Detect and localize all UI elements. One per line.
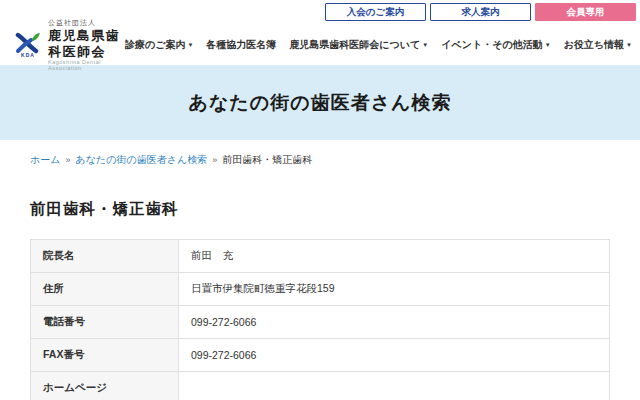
hero-banner: あなたの街の歯医者さん検索 [0,65,640,140]
breadcrumb: ホーム » あなたの街の歯医者さん検索 » 前田歯科・矯正歯科 [30,153,610,167]
org-type-label: 公益社団法人 [48,18,125,28]
chevron-down-icon: ▼ [626,42,632,48]
row-label: 電話番号 [31,306,179,339]
job-info-button[interactable]: 求人案内 [430,3,531,21]
members-only-button[interactable]: 会員専用 [535,3,636,21]
nav-item-about-association[interactable]: 鹿児島県歯科医師会について ▼ [289,38,428,52]
clinic-details-table: 院長名 前田 充 住所 日置市伊集院町徳重字花段159 電話番号 099-272… [30,239,610,400]
nav-item-label: 各種協力医名簿 [206,38,276,52]
table-row-phone: 電話番号 099-272-6066 [31,306,610,339]
logo-text: 公益社団法人 鹿児島県歯科医師会 Kagoshima Dental Associ… [48,18,125,71]
nav-item-events[interactable]: イベント・その他活動 ▼ [441,38,550,52]
nav-item-useful-info[interactable]: お役立ち情報 ▼ [564,38,632,52]
row-value: 前田 充 [179,240,610,273]
nav-item-label: お役立ち情報 [564,38,624,52]
row-label: 院長名 [31,240,179,273]
table-row-director: 院長名 前田 充 [31,240,610,273]
site-header: KDA 公益社団法人 鹿児島県歯科医師会 Kagoshima Dental As… [0,24,640,65]
row-value: 099-272-6066 [179,306,610,339]
row-label: 住所 [31,273,179,306]
nav-item-medical-guide[interactable]: 診療のご案内 ▼ [125,38,193,52]
page-title: 前田歯科・矯正歯科 [30,199,610,220]
nav-item-cooperating-doctors[interactable]: 各種協力医名簿 [206,38,276,52]
org-name-english-label: Kagoshima Dental Association [48,59,125,71]
nav-item-label: 鹿児島県歯科医師会について [289,38,420,52]
logo-mark-label: KDA [21,52,35,58]
hero-title: あなたの街の歯医者さん検索 [188,90,451,116]
site-logo[interactable]: KDA 公益社団法人 鹿児島県歯科医師会 Kagoshima Dental As… [15,18,125,71]
table-row-address: 住所 日置市伊集院町徳重字花段159 [31,273,610,306]
chevron-down-icon: ▼ [545,42,551,48]
breadcrumb-current: 前田歯科・矯正歯科 [222,153,312,167]
breadcrumb-home-link[interactable]: ホーム [30,153,60,167]
breadcrumb-separator: » [212,155,217,165]
main-content: ホーム » あなたの街の歯医者さん検索 » 前田歯科・矯正歯科 前田歯科・矯正歯… [0,153,640,400]
main-nav: 診療のご案内 ▼ 各種協力医名簿 鹿児島県歯科医師会について ▼ イベント・その… [125,38,632,52]
row-label: ホームページ [31,372,179,400]
nav-item-label: イベント・その他活動 [441,38,542,52]
breadcrumb-search-link[interactable]: あなたの街の歯医者さん検索 [75,153,207,167]
kda-logo-icon: KDA [15,32,41,58]
chevron-down-icon: ▼ [422,42,428,48]
org-name-label: 鹿児島県歯科医師会 [48,28,125,59]
row-value: 099-272-6066 [179,339,610,372]
row-label: FAX番号 [31,339,179,372]
join-guide-button[interactable]: 入会のご案内 [325,3,426,21]
row-value: 日置市伊集院町徳重字花段159 [179,273,610,306]
nav-item-label: 診療のご案内 [125,38,185,52]
chevron-down-icon: ▼ [187,42,193,48]
table-row-fax: FAX番号 099-272-6066 [31,339,610,372]
table-row-homepage: ホームページ [31,372,610,400]
row-value [179,372,610,400]
breadcrumb-separator: » [65,155,70,165]
